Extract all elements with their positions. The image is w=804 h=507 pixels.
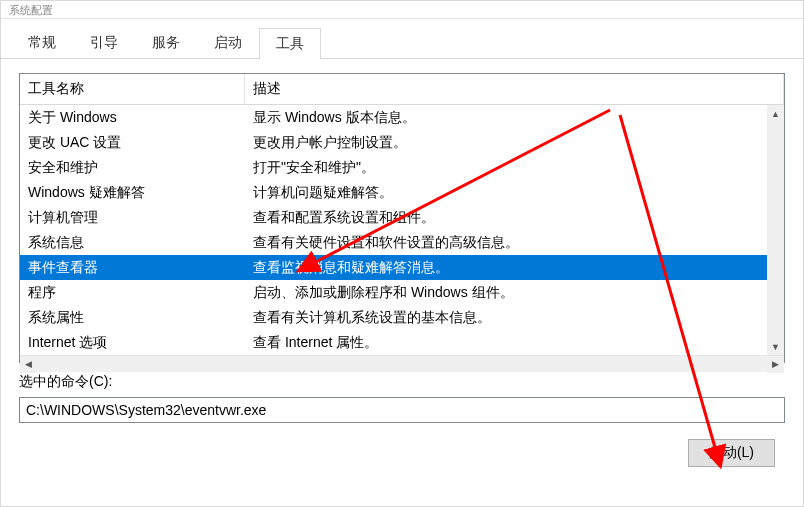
window-title: 系统配置 (1, 1, 803, 19)
scroll-up-icon[interactable]: ▲ (767, 105, 784, 122)
tab-tools[interactable]: 工具 (259, 28, 321, 59)
cell-name: 事件查看器 (20, 255, 245, 280)
cell-desc: 查看监视消息和疑难解答消息。 (245, 255, 784, 280)
cell-desc: 打开"安全和维护"。 (245, 155, 784, 180)
cell-desc: 显示 Windows 版本信息。 (245, 105, 784, 130)
cell-desc: 查看有关硬件设置和软件设置的高级信息。 (245, 230, 784, 255)
tools-listbox: 工具名称 描述 关于 Windows 显示 Windows 版本信息。 更改 U… (19, 73, 785, 363)
msconfig-window: 系统配置 常规 引导 服务 启动 工具 工具名称 描述 关于 Windows 显… (0, 0, 804, 507)
table-row[interactable]: 事件查看器 查看监视消息和疑难解答消息。 (20, 255, 784, 280)
scroll-down-icon[interactable]: ▼ (767, 338, 784, 355)
table-row[interactable]: Windows 疑难解答 计算机问题疑难解答。 (20, 180, 784, 205)
cell-name: Windows 疑难解答 (20, 180, 245, 205)
header-desc[interactable]: 描述 (245, 74, 784, 104)
vertical-scrollbar[interactable]: ▲ ▼ (767, 105, 784, 355)
scroll-track[interactable] (37, 356, 767, 372)
tab-startup[interactable]: 启动 (197, 27, 259, 58)
list-body: 关于 Windows 显示 Windows 版本信息。 更改 UAC 设置 更改… (20, 105, 784, 355)
launch-button[interactable]: 启动(L) (688, 439, 775, 467)
cell-desc: 查看和配置系统设置和组件。 (245, 205, 784, 230)
tab-strip: 常规 引导 服务 启动 工具 (1, 19, 803, 59)
tab-services[interactable]: 服务 (135, 27, 197, 58)
cell-name: 系统属性 (20, 305, 245, 330)
cell-desc: 启动、添加或删除程序和 Windows 组件。 (245, 280, 784, 305)
header-name[interactable]: 工具名称 (20, 74, 245, 104)
cell-name: Internet 选项 (20, 330, 245, 355)
horizontal-scrollbar[interactable]: ◀ ▶ (20, 355, 784, 372)
table-row[interactable]: Internet 选项 查看 Internet 属性。 (20, 330, 784, 355)
cell-name: 系统信息 (20, 230, 245, 255)
cell-desc: 计算机问题疑难解答。 (245, 180, 784, 205)
cell-name: 更改 UAC 设置 (20, 130, 245, 155)
scroll-left-icon[interactable]: ◀ (20, 356, 37, 373)
cell-desc: 查看 Internet 属性。 (245, 330, 784, 355)
cell-name: 关于 Windows (20, 105, 245, 130)
table-row[interactable]: 系统信息 查看有关硬件设置和软件设置的高级信息。 (20, 230, 784, 255)
cell-desc: 查看有关计算机系统设置的基本信息。 (245, 305, 784, 330)
selected-command-label: 选中的命令(C): (19, 373, 785, 391)
table-row[interactable]: 系统属性 查看有关计算机系统设置的基本信息。 (20, 305, 784, 330)
tab-boot[interactable]: 引导 (73, 27, 135, 58)
selected-command-input[interactable] (19, 397, 785, 423)
cell-name: 安全和维护 (20, 155, 245, 180)
button-row: 启动(L) (19, 439, 785, 467)
cell-name: 计算机管理 (20, 205, 245, 230)
table-row[interactable]: 更改 UAC 设置 更改用户帐户控制设置。 (20, 130, 784, 155)
tab-general[interactable]: 常规 (11, 27, 73, 58)
scroll-right-icon[interactable]: ▶ (767, 356, 784, 373)
list-header: 工具名称 描述 (20, 74, 784, 105)
cell-name: 程序 (20, 280, 245, 305)
table-row[interactable]: 程序 启动、添加或删除程序和 Windows 组件。 (20, 280, 784, 305)
table-row[interactable]: 关于 Windows 显示 Windows 版本信息。 (20, 105, 784, 130)
tools-panel: 工具名称 描述 关于 Windows 显示 Windows 版本信息。 更改 U… (1, 59, 803, 477)
scroll-track[interactable] (767, 122, 784, 338)
table-row[interactable]: 计算机管理 查看和配置系统设置和组件。 (20, 205, 784, 230)
cell-desc: 更改用户帐户控制设置。 (245, 130, 784, 155)
table-row[interactable]: 安全和维护 打开"安全和维护"。 (20, 155, 784, 180)
